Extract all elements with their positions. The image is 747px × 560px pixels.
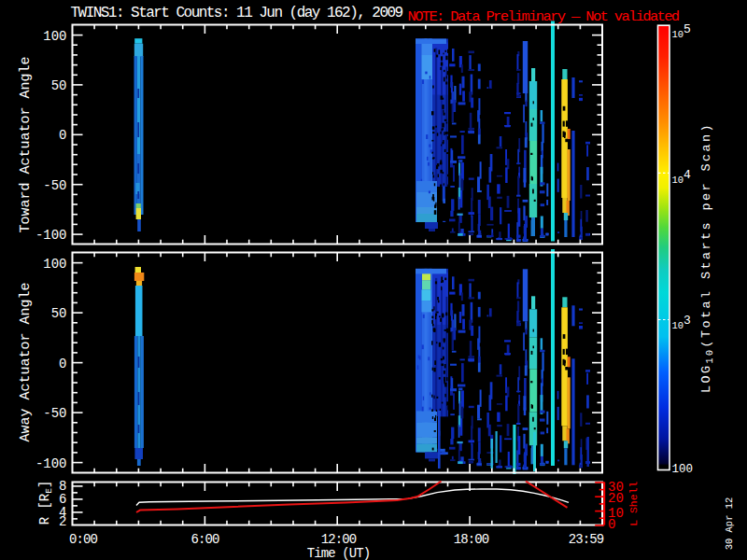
svg-text:R [RE]: R [RE] xyxy=(37,481,54,525)
svg-text:5: 5 xyxy=(684,22,691,36)
svg-text:10: 10 xyxy=(672,320,684,331)
svg-text:23:59: 23:59 xyxy=(569,532,604,547)
svg-text:100: 100 xyxy=(43,29,66,44)
svg-text:0: 0 xyxy=(59,357,66,371)
svg-text:50: 50 xyxy=(51,306,67,321)
svg-text:4: 4 xyxy=(684,168,691,182)
svg-text:-50: -50 xyxy=(43,406,66,421)
svg-text:50: 50 xyxy=(51,78,67,93)
svg-text:L Shell: L Shell xyxy=(627,481,640,525)
svg-text:TWINS1: Start Counts: 11 Jun (: TWINS1: Start Counts: 11 Jun (day 162), … xyxy=(71,5,403,21)
svg-text:3: 3 xyxy=(684,314,691,328)
svg-text:Away Actuator Angle: Away Actuator Angle xyxy=(18,282,34,441)
svg-text:6:00: 6:00 xyxy=(190,532,219,547)
svg-text:Time (UT): Time (UT) xyxy=(307,546,371,560)
svg-text:0: 0 xyxy=(59,128,66,143)
svg-text:10: 10 xyxy=(672,29,684,40)
svg-text:-50: -50 xyxy=(43,178,66,193)
svg-text:0:00: 0:00 xyxy=(69,532,98,547)
svg-text:NOTE: Data Preliminary — Not v: NOTE: Data Preliminary — Not validated xyxy=(408,8,679,25)
svg-text:2: 2 xyxy=(59,514,66,529)
svg-text:100: 100 xyxy=(43,257,66,272)
svg-text:18:00: 18:00 xyxy=(454,532,489,547)
svg-text:100: 100 xyxy=(672,463,694,476)
svg-text:Toward Actuator Angle: Toward Actuator Angle xyxy=(18,56,34,232)
svg-text:-100: -100 xyxy=(35,456,67,471)
svg-text:-100: -100 xyxy=(35,228,67,243)
svg-text:30 Apr 12: 30 Apr 12 xyxy=(724,497,735,551)
svg-text:12:00: 12:00 xyxy=(321,532,357,547)
svg-text:10: 10 xyxy=(672,175,684,186)
svg-text:20: 20 xyxy=(608,491,624,506)
svg-text:0: 0 xyxy=(608,517,615,532)
